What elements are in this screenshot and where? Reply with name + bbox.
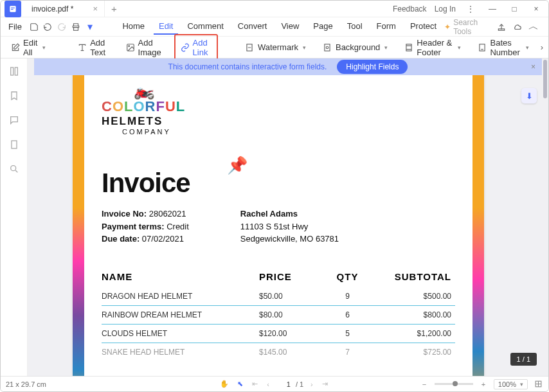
menu-comment[interactable]: Comment — [182, 19, 228, 35]
menu-home[interactable]: Home — [117, 19, 150, 35]
cloud-icon[interactable] — [512, 21, 523, 33]
add-link-icon — [181, 42, 190, 52]
new-tab-button[interactable]: + — [105, 3, 123, 14]
page-dimensions: 21 x 29.7 cm — [6, 380, 46, 388]
attachments-icon[interactable] — [8, 138, 21, 151]
undo-icon[interactable] — [42, 21, 54, 33]
quick-tools-dropdown-icon[interactable]: ▾ — [84, 21, 96, 33]
maximize-icon[interactable]: □ — [507, 2, 521, 16]
close-tab-icon[interactable]: × — [93, 4, 98, 13]
main-area: ▶ 🏍️ COLORFUL HELMETS COMPANY 📌 Invoice … — [1, 58, 548, 376]
zoom-out-icon[interactable]: − — [419, 379, 429, 389]
menu-convert[interactable]: Convert — [233, 19, 273, 35]
feedback-link[interactable]: Feedback — [393, 4, 427, 13]
company-logo: 🏍️ COLORFUL HELMETS COMPANY — [102, 82, 455, 136]
form-fields-notice: This document contains interactive form … — [34, 58, 542, 75]
save-icon[interactable] — [28, 21, 40, 33]
menu-items: Home Edit Comment Convert View Page Tool… — [117, 19, 442, 35]
menubar: File ▾ Home Edit Comment Convert View Pa… — [1, 17, 548, 37]
table-header: NAME PRICE QTY SUBTOTAL — [102, 271, 455, 287]
svg-rect-13 — [15, 67, 17, 75]
scrollbar[interactable] — [543, 60, 547, 98]
svg-rect-3 — [73, 27, 78, 30]
kebab-menu-icon[interactable]: ⋮ — [464, 2, 478, 16]
header-footer-icon — [404, 42, 413, 52]
header-footer-button[interactable]: Header & Footer▾ — [399, 35, 466, 60]
background-button[interactable]: Background▾ — [318, 40, 393, 55]
add-image-icon — [126, 42, 135, 52]
svg-rect-12 — [10, 67, 13, 75]
search-tools[interactable]: ✦ Search Tools — [444, 18, 491, 36]
zoom-slider[interactable] — [435, 383, 473, 385]
pushpin-icon[interactable]: 📌 — [227, 156, 248, 175]
svg-rect-11 — [480, 44, 485, 51]
next-page-icon[interactable]: › — [309, 380, 315, 388]
share-icon[interactable] — [496, 21, 507, 33]
document-tab[interactable]: invoice.pdf * × — [25, 1, 105, 17]
bookmarks-icon[interactable] — [8, 89, 21, 102]
redo-icon[interactable] — [56, 21, 68, 33]
thumbnails-icon[interactable] — [8, 65, 21, 78]
toolbar-overflow-icon[interactable]: › — [541, 42, 543, 52]
page-decoration-left — [73, 64, 84, 376]
menu-tool[interactable]: Tool — [342, 19, 368, 35]
statusbar: 21 x 29.7 cm ✋ ⬉ ⇤ ‹ / 1 › ⇥ − + 100%▾ — [1, 376, 548, 391]
page-number-input[interactable] — [276, 380, 291, 388]
svg-rect-1 — [11, 7, 15, 8]
svg-rect-10 — [406, 44, 411, 51]
first-page-icon[interactable]: ⇤ — [250, 380, 260, 388]
search-placeholder: Search Tools — [453, 18, 491, 36]
table-row: DRAGON HEAD HELMET $50.00 9 $500.00 — [102, 287, 455, 306]
svg-rect-14 — [12, 141, 17, 148]
invoice-title: Invoice — [102, 168, 455, 199]
comments-icon[interactable] — [8, 114, 21, 127]
invoice-meta: Invoice No: 28062021 Payment terms: Cred… — [102, 208, 455, 245]
svg-point-6 — [128, 45, 129, 46]
add-text-button[interactable]: Add Text — [73, 35, 114, 60]
background-icon — [323, 42, 332, 52]
hand-tool-icon[interactable]: ✋ — [219, 379, 230, 389]
minimize-icon[interactable]: — — [485, 2, 500, 16]
prev-page-icon[interactable]: ‹ — [265, 380, 271, 388]
page-decoration-right — [473, 64, 484, 376]
logo-text-company: COMPANY — [122, 128, 455, 136]
collapse-ribbon-icon[interactable]: ︿ — [528, 21, 539, 33]
edit-all-button[interactable]: Edit All▾ — [6, 35, 51, 60]
highlight-fields-button[interactable]: Highlight Fields — [337, 60, 408, 74]
zoom-in-icon[interactable]: + — [478, 379, 489, 389]
zoom-level[interactable]: 100%▾ — [494, 379, 528, 389]
edit-toolbar: Edit All▾ Add Text Add Image Add Link Wa… — [1, 37, 548, 58]
select-tool-icon[interactable]: ⬉ — [235, 379, 245, 389]
menu-protect[interactable]: Protect — [405, 19, 442, 35]
document-canvas[interactable]: 🏍️ COLORFUL HELMETS COMPANY 📌 Invoice In… — [28, 58, 548, 376]
fit-page-icon[interactable] — [533, 379, 543, 389]
add-link-button[interactable]: Add Link — [174, 34, 219, 61]
watermark-button[interactable]: Watermark▾ — [240, 40, 311, 55]
page-indicator: 1 / 1 — [510, 353, 537, 366]
add-image-button[interactable]: Add Image — [121, 35, 168, 60]
app-icon — [4, 1, 21, 17]
last-page-icon[interactable]: ⇥ — [320, 380, 330, 388]
menu-view[interactable]: View — [276, 19, 304, 35]
helmet-icon: 🏍️ — [134, 82, 455, 98]
search-panel-icon[interactable] — [8, 163, 21, 175]
menu-form[interactable]: Form — [372, 19, 401, 35]
invoice-table: NAME PRICE QTY SUBTOTAL DRAGON HEAD HELM… — [102, 271, 455, 361]
menu-page[interactable]: Page — [308, 19, 338, 35]
download-badge-icon[interactable]: ⬇ — [521, 88, 537, 103]
svg-rect-2 — [11, 9, 14, 10]
close-window-icon[interactable]: × — [529, 2, 543, 16]
add-text-icon — [78, 42, 87, 52]
svg-rect-8 — [325, 44, 330, 51]
sparkle-icon: ✦ — [444, 22, 451, 31]
pdf-page: 🏍️ COLORFUL HELMETS COMPANY 📌 Invoice In… — [73, 64, 484, 376]
bates-number-button[interactable]: Bates Number▾ — [473, 35, 534, 60]
svg-rect-4 — [498, 28, 504, 30]
logo-text-colorful: COLORFUL — [102, 98, 455, 115]
login-link[interactable]: Log In — [435, 4, 456, 13]
menu-edit[interactable]: Edit — [154, 19, 178, 35]
svg-point-15 — [10, 166, 15, 171]
file-menu[interactable]: File — [4, 22, 26, 31]
print-icon[interactable] — [70, 21, 82, 33]
notice-close-icon[interactable]: × — [531, 62, 536, 71]
